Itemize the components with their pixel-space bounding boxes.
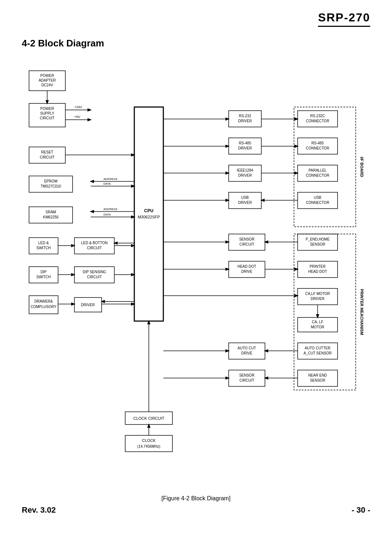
svg-text:POWER: POWER	[40, 107, 54, 111]
svg-text:CIRCUIT: CIRCUIT	[240, 378, 254, 382]
svg-text:EPROM: EPROM	[44, 179, 58, 183]
svg-text:PRINTER MEACHANISM: PRINTER MEACHANISM	[360, 289, 364, 335]
page-title: SRP-270	[318, 11, 370, 27]
svg-text:I/F BOARD: I/F BOARD	[360, 157, 364, 177]
svg-text:RESET: RESET	[41, 150, 53, 154]
svg-text:TMS27C010: TMS27C010	[41, 184, 61, 188]
svg-text:SWITCH: SWITCH	[36, 246, 50, 250]
svg-text:ADDRESS: ADDRESS	[103, 177, 118, 181]
svg-text:+5V: +5V	[74, 115, 80, 119]
svg-rect-116	[298, 317, 338, 332]
svg-text:ADAPTER: ADAPTER	[38, 78, 56, 82]
svg-text:(14.7456MHz): (14.7456MHz)	[137, 444, 160, 448]
svg-text:A_CUT SENSOR: A_CUT SENSOR	[303, 351, 332, 355]
svg-text:IEEE1284: IEEE1284	[237, 168, 253, 172]
svg-text:COMPLUSORY: COMPLUSORY	[31, 305, 57, 309]
svg-text:CONNECTOR: CONNECTOR	[306, 173, 329, 177]
svg-text:SENSOR: SENSOR	[310, 242, 325, 246]
svg-text:SWITCH: SWITCH	[36, 275, 50, 279]
svg-text:LED & BOTTON: LED & BOTTON	[81, 241, 107, 245]
svg-text:CONNECTOR: CONNECTOR	[306, 146, 329, 150]
svg-text:AUTO CUTTER: AUTO CUTTER	[305, 346, 331, 350]
svg-text:DRIVER: DRIVER	[238, 173, 252, 177]
svg-text:CLOCK: CLOCK	[142, 438, 156, 443]
svg-text:DIP: DIP	[41, 270, 47, 274]
svg-text:DRIVER: DRIVER	[311, 297, 324, 301]
svg-text:SENSOR: SENSOR	[239, 237, 254, 241]
svg-text:CIRCUIT: CIRCUIT	[87, 275, 102, 279]
svg-text:RS-232: RS-232	[239, 114, 251, 118]
svg-text:DRIVE: DRIVE	[241, 270, 253, 274]
svg-text:SENSOR: SENSOR	[239, 373, 254, 377]
svg-text:HEAD DOT: HEAD DOT	[237, 264, 256, 268]
svg-text:DIP SENSING: DIP SENSING	[83, 270, 106, 274]
svg-text:HEAD DOT: HEAD DOT	[308, 270, 327, 274]
svg-text:RS-485: RS-485	[239, 141, 251, 145]
svg-text:DC24V: DC24V	[41, 83, 53, 87]
svg-text:DRIVER: DRIVER	[238, 119, 252, 123]
svg-text:DRIVER: DRIVER	[238, 201, 252, 205]
svg-text:CA, LF: CA, LF	[312, 320, 323, 324]
svg-text:CONNECTOR: CONNECTOR	[306, 201, 329, 205]
svg-text:USB: USB	[314, 196, 322, 200]
svg-text:NEAR END: NEAR END	[308, 373, 327, 377]
svg-text:MOTOR: MOTOR	[311, 325, 324, 329]
svg-text:RS-232C: RS-232C	[310, 114, 325, 118]
svg-text:+24V: +24V	[74, 105, 82, 109]
svg-text:KM62256: KM62256	[43, 215, 59, 219]
svg-text:PARALLEL: PARALLEL	[309, 168, 327, 172]
svg-text:RS-485: RS-485	[311, 141, 324, 145]
svg-text:DRIVER: DRIVER	[81, 303, 95, 307]
revision: Rev. 3.02	[22, 505, 56, 515]
section-title: 4-2 Block Diagram	[0, 30, 392, 53]
svg-text:USB: USB	[241, 196, 249, 200]
svg-text:CIRCUIT: CIRCUIT	[87, 246, 102, 250]
svg-text:CIRCUIT: CIRCUIT	[40, 155, 55, 159]
svg-text:CONNECTOR: CONNECTOR	[306, 119, 329, 123]
page-header: SRP-270	[0, 0, 392, 30]
svg-text:ADDRESS: ADDRESS	[103, 208, 118, 211]
page-number: - 30 -	[352, 505, 370, 515]
svg-text:DRIVE: DRIVE	[241, 351, 253, 355]
svg-rect-56	[134, 107, 163, 321]
svg-text:DATA: DATA	[103, 213, 111, 216]
svg-text:CIRCUIT: CIRCUIT	[40, 116, 55, 120]
svg-text:CLOCK CIRCUIT: CLOCK CIRCUIT	[133, 416, 164, 420]
svg-text:AUTO CUT: AUTO CUT	[238, 346, 256, 350]
svg-text:CPU: CPU	[144, 208, 153, 213]
svg-text:POWER: POWER	[40, 74, 54, 78]
svg-rect-93	[294, 234, 356, 390]
svg-text:M30622SFP: M30622SFP	[138, 215, 160, 219]
svg-text:SRAM: SRAM	[46, 210, 56, 214]
svg-text:DRAWER&: DRAWER&	[34, 299, 53, 303]
svg-text:SUPPLY: SUPPLY	[40, 111, 54, 115]
svg-text:LED &: LED &	[38, 241, 49, 245]
svg-text:P_END,HOME: P_END,HOME	[306, 237, 330, 241]
svg-text:CIRCUIT: CIRCUIT	[240, 242, 254, 246]
svg-text:DATA: DATA	[103, 182, 111, 185]
svg-rect-139	[125, 435, 172, 452]
svg-text:CA,LF MOTOR: CA,LF MOTOR	[305, 292, 330, 296]
svg-text:DRIVER: DRIVER	[238, 146, 252, 150]
diagram-area: POWER ADAPTER DC24V POWER SUPPLY CIRCUIT…	[0, 53, 392, 513]
svg-text:PRINTER: PRINTER	[310, 264, 326, 268]
svg-text:SENSOR: SENSOR	[310, 378, 325, 382]
page-footer: Rev. 3.02 - 30 -	[0, 505, 392, 515]
